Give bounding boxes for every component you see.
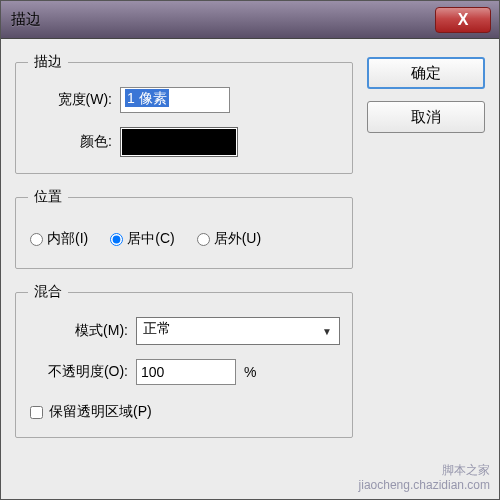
opacity-input[interactable] — [136, 359, 236, 385]
blend-legend: 混合 — [28, 283, 68, 301]
cancel-button[interactable]: 取消 — [367, 101, 485, 133]
mode-select[interactable]: 正常 — [136, 317, 340, 345]
close-button[interactable]: X — [435, 7, 491, 33]
preserve-label: 保留透明区域(P) — [49, 403, 152, 421]
preserve-checkbox[interactable] — [30, 406, 43, 419]
mode-value: 正常 — [136, 317, 340, 345]
opacity-row: 不透明度(O): % — [28, 359, 340, 385]
radio-inside-input[interactable] — [30, 233, 43, 246]
position-group: 位置 内部(I) 居中(C) 居外(U) — [15, 188, 353, 269]
left-column: 描边 宽度(W): 1 像素 颜色: 位置 内部(I) — [15, 53, 353, 495]
close-icon: X — [458, 11, 469, 29]
opacity-unit: % — [244, 364, 256, 380]
ok-button[interactable]: 确定 — [367, 57, 485, 89]
radio-center-input[interactable] — [110, 233, 123, 246]
color-label: 颜色: — [28, 133, 120, 151]
position-legend: 位置 — [28, 188, 68, 206]
color-swatch[interactable] — [120, 127, 238, 157]
mode-row: 模式(M): 正常 — [28, 317, 340, 345]
stroke-group: 描边 宽度(W): 1 像素 颜色: — [15, 53, 353, 174]
color-row: 颜色: — [28, 127, 340, 157]
width-label: 宽度(W): — [28, 91, 120, 109]
preserve-row: 保留透明区域(P) — [28, 399, 340, 421]
right-column: 确定 取消 — [367, 53, 485, 495]
radio-center-label: 居中(C) — [127, 230, 174, 248]
mode-label: 模式(M): — [28, 322, 136, 340]
radio-outside-input[interactable] — [197, 233, 210, 246]
stroke-legend: 描边 — [28, 53, 68, 71]
titlebar: 描边 X — [1, 1, 499, 39]
opacity-label: 不透明度(O): — [28, 363, 136, 381]
stroke-dialog: 描边 X 描边 宽度(W): 1 像素 颜色: 位置 — [0, 0, 500, 500]
radio-center[interactable]: 居中(C) — [110, 230, 174, 248]
position-radios: 内部(I) 居中(C) 居外(U) — [28, 222, 340, 252]
radio-outside[interactable]: 居外(U) — [197, 230, 261, 248]
width-row: 宽度(W): 1 像素 — [28, 87, 340, 113]
width-value: 1 像素 — [125, 89, 169, 107]
blend-group: 混合 模式(M): 正常 不透明度(O): % 保留透明区域(P) — [15, 283, 353, 438]
radio-inside[interactable]: 内部(I) — [30, 230, 88, 248]
radio-outside-label: 居外(U) — [214, 230, 261, 248]
window-title: 描边 — [11, 10, 41, 29]
dialog-content: 描边 宽度(W): 1 像素 颜色: 位置 内部(I) — [1, 39, 499, 499]
radio-inside-label: 内部(I) — [47, 230, 88, 248]
width-input[interactable]: 1 像素 — [120, 87, 230, 113]
